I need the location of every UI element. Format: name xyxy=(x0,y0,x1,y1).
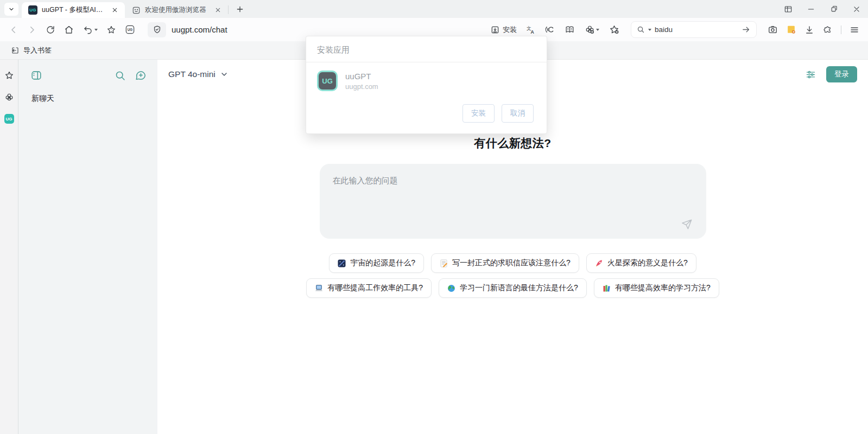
read-aloud-icon xyxy=(545,24,555,35)
back-button[interactable] xyxy=(5,22,22,38)
dialog-footer: 安装 取消 xyxy=(306,94,547,133)
install-app-button[interactable]: 安装 xyxy=(488,25,519,35)
site-security-chip[interactable] xyxy=(148,22,166,37)
star-icon xyxy=(106,25,116,35)
suggestion-chip[interactable]: 宇宙的起源是什么? xyxy=(329,253,424,273)
side-rail: UG xyxy=(0,60,18,434)
undo-icon xyxy=(83,25,93,35)
close-tab-icon[interactable] xyxy=(213,5,223,15)
emoji-galaxy-icon xyxy=(338,259,346,267)
hamburger-menu-icon xyxy=(850,25,859,35)
tab-separator xyxy=(228,5,229,14)
reader-book-icon xyxy=(565,24,575,35)
new-chat-icon[interactable] xyxy=(135,69,147,81)
suggestion-chip[interactable]: 有哪些提高工作效率的工具? xyxy=(306,278,432,298)
close-tab-icon[interactable] xyxy=(110,5,119,15)
emoji-memo-icon xyxy=(440,259,448,267)
notes-button[interactable] xyxy=(783,22,799,38)
reader-mode-button[interactable] xyxy=(561,22,578,38)
refresh-button[interactable] xyxy=(42,22,59,38)
send-button[interactable] xyxy=(679,216,695,232)
close-window-button[interactable] xyxy=(845,0,868,18)
search-box[interactable] xyxy=(631,21,757,38)
dialog-install-button[interactable]: 安装 xyxy=(462,104,495,123)
app-icon: UG xyxy=(317,71,338,91)
app-name: uuGPT xyxy=(345,72,378,81)
restore-button[interactable] xyxy=(822,0,845,18)
window-controls xyxy=(777,0,868,18)
forward-button[interactable] xyxy=(24,22,40,38)
suggestion-label: 火星探索的意义是什么? xyxy=(607,258,688,268)
sticky-note-icon xyxy=(786,24,796,35)
home-button[interactable] xyxy=(61,22,77,38)
search-engine-caret xyxy=(648,29,651,31)
new-tab-button[interactable] xyxy=(233,2,247,16)
address-bar[interactable]: uugpt.com/chat xyxy=(148,22,486,37)
favorites-button[interactable] xyxy=(103,22,119,38)
dialog-cancel-button[interactable]: 取消 xyxy=(502,104,534,123)
suggestion-chip[interactable]: 写一封正式的求职信应该注意什么? xyxy=(431,253,579,273)
smiley-favicon-icon xyxy=(132,6,141,15)
sidebar-toggle-icon[interactable] xyxy=(30,69,42,81)
split-view-button[interactable] xyxy=(777,0,800,18)
dialog-body: UG uuGPT uugpt.com xyxy=(306,62,547,94)
import-bookmarks-button[interactable]: 导入书签 xyxy=(7,43,56,58)
tab-bar: UG uuGPT - 多模型AI对话 欢迎使用傲游浏览器 xyxy=(0,0,868,18)
back-icon xyxy=(9,25,18,35)
suggestion-chip[interactable]: 学习一门新语言的最佳方法是什么? xyxy=(439,278,587,298)
extensions-flower-button[interactable] xyxy=(581,22,603,38)
read-aloud-button[interactable] xyxy=(542,22,558,38)
suggestion-row-1: 宇宙的起源是什么? 写一封正式的求职信应该注意什么? 火星探索的意义是什么? xyxy=(329,253,696,273)
flower-add-icon xyxy=(585,24,595,35)
close-icon xyxy=(853,5,860,13)
suggestion-label: 有哪些提高效率的学习方法? xyxy=(615,283,711,293)
uugpt-extension-button[interactable]: UG xyxy=(122,22,138,38)
settings-sliders-icon[interactable] xyxy=(805,69,816,80)
tab-welcome[interactable]: 欢迎使用傲游浏览器 xyxy=(125,2,228,18)
search-go-arrow-icon[interactable] xyxy=(742,25,751,34)
undo-dropdown-caret xyxy=(94,29,98,31)
star-add-icon xyxy=(609,24,619,35)
prompt-input[interactable] xyxy=(320,164,706,239)
tab-list-dropdown-button[interactable] xyxy=(4,3,18,16)
model-selector[interactable]: GPT 4o-mini xyxy=(168,69,229,79)
add-bookmark-button[interactable] xyxy=(606,22,622,38)
install-app-icon xyxy=(490,25,500,35)
import-bookmarks-icon xyxy=(11,46,20,55)
rail-favorites-icon[interactable] xyxy=(4,71,14,80)
chat-search-icon[interactable] xyxy=(115,70,126,81)
rail-apps-flower-icon[interactable] xyxy=(4,92,14,102)
url-text: uugpt.com/chat xyxy=(172,25,227,34)
search-icon xyxy=(637,25,645,34)
shield-check-icon xyxy=(153,25,162,34)
suggestion-chip[interactable]: 火星探索的意义是什么? xyxy=(586,253,696,273)
install-label: 安装 xyxy=(503,25,517,35)
emoji-laptop-icon xyxy=(315,284,323,292)
search-input[interactable] xyxy=(655,25,738,34)
extensions-button[interactable] xyxy=(820,22,836,38)
chevron-down-icon xyxy=(220,70,229,79)
install-app-dialog: 安装应用 UG uuGPT uugpt.com 安装 取消 xyxy=(306,36,547,134)
rail-uugpt-app-icon[interactable]: UG xyxy=(4,114,14,124)
tab-uugpt[interactable]: UG uuGPT - 多模型AI对话 xyxy=(22,2,125,18)
minimize-button[interactable] xyxy=(800,0,822,18)
translate-button[interactable]: 文A xyxy=(522,22,538,38)
split-view-icon xyxy=(784,5,793,14)
plus-icon xyxy=(236,5,244,13)
sidebar-item-new-chat[interactable]: 新聊天 xyxy=(18,89,157,108)
undo-button[interactable] xyxy=(79,22,101,38)
suggestion-chip[interactable]: 有哪些提高效率的学习方法? xyxy=(594,278,719,298)
svg-text:UG: UG xyxy=(127,28,132,31)
translate-icon: 文A xyxy=(525,24,536,35)
menu-button[interactable] xyxy=(846,22,863,38)
download-icon xyxy=(804,25,814,35)
suggestion-label: 写一封正式的求职信应该注意什么? xyxy=(452,258,571,268)
chat-sidebar-header xyxy=(18,60,157,89)
model-name: GPT 4o-mini xyxy=(168,69,216,79)
puzzle-icon xyxy=(823,25,833,35)
toolbar-separator xyxy=(841,25,841,34)
svg-text:A: A xyxy=(530,29,534,35)
downloads-button[interactable] xyxy=(801,22,818,38)
login-button[interactable]: 登录 xyxy=(826,66,857,82)
screenshot-button[interactable] xyxy=(764,22,781,38)
